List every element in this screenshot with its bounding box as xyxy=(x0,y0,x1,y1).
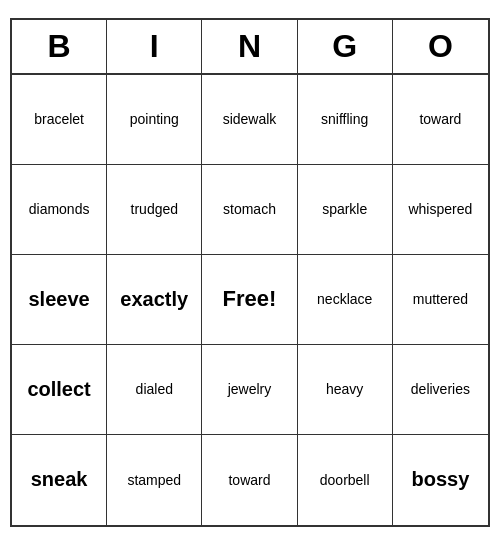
bingo-cell-24: bossy xyxy=(393,435,488,525)
bingo-cell-19: deliveries xyxy=(393,345,488,435)
header-letter-G: G xyxy=(298,20,393,73)
bingo-cell-5: diamonds xyxy=(12,165,107,255)
bingo-cell-14: muttered xyxy=(393,255,488,345)
bingo-cell-4: toward xyxy=(393,75,488,165)
header-letter-N: N xyxy=(202,20,297,73)
bingo-card: BINGO braceletpointingsidewalksnifflingt… xyxy=(10,18,490,527)
header-letter-O: O xyxy=(393,20,488,73)
bingo-cell-8: sparkle xyxy=(298,165,393,255)
bingo-cell-21: stamped xyxy=(107,435,202,525)
bingo-cell-15: collect xyxy=(12,345,107,435)
bingo-cell-13: necklace xyxy=(298,255,393,345)
bingo-cell-9: whispered xyxy=(393,165,488,255)
bingo-cell-1: pointing xyxy=(107,75,202,165)
bingo-cell-23: doorbell xyxy=(298,435,393,525)
header-letter-B: B xyxy=(12,20,107,73)
bingo-header: BINGO xyxy=(12,20,488,75)
bingo-cell-12: Free! xyxy=(202,255,297,345)
bingo-cell-18: heavy xyxy=(298,345,393,435)
bingo-grid: braceletpointingsidewalksnifflingtowardd… xyxy=(12,75,488,525)
bingo-cell-11: exactly xyxy=(107,255,202,345)
bingo-cell-10: sleeve xyxy=(12,255,107,345)
bingo-cell-20: sneak xyxy=(12,435,107,525)
bingo-cell-0: bracelet xyxy=(12,75,107,165)
bingo-cell-6: trudged xyxy=(107,165,202,255)
bingo-cell-7: stomach xyxy=(202,165,297,255)
bingo-cell-17: jewelry xyxy=(202,345,297,435)
header-letter-I: I xyxy=(107,20,202,73)
bingo-cell-2: sidewalk xyxy=(202,75,297,165)
bingo-cell-22: toward xyxy=(202,435,297,525)
bingo-cell-3: sniffling xyxy=(298,75,393,165)
bingo-cell-16: dialed xyxy=(107,345,202,435)
